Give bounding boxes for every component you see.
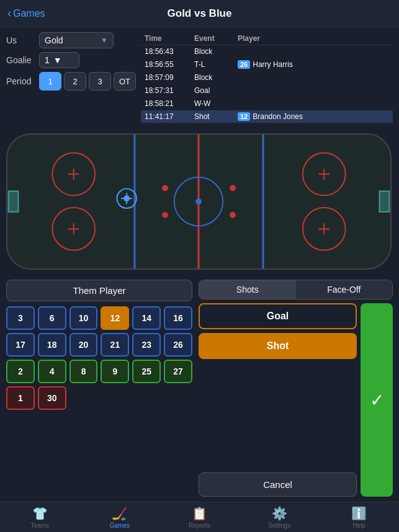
period-btn-ot[interactable]: OT bbox=[114, 72, 136, 91]
event-row[interactable]: 18:57:31 Goal bbox=[141, 84, 393, 97]
event-time: 18:56:43 bbox=[145, 47, 194, 56]
player-num-btn[interactable]: 21 bbox=[101, 333, 129, 357]
goalie-arrow-icon: ▼ bbox=[53, 55, 62, 65]
svg-point-21 bbox=[230, 212, 236, 218]
event-row-highlighted[interactable]: 11:41:17 Shot 12 Brandon Jones bbox=[141, 110, 393, 123]
bottom-panel: Them Player 3 6 10 12 14 16 17 18 20 21 … bbox=[0, 275, 399, 502]
event-type: Block bbox=[194, 73, 238, 82]
event-time: 18:57:09 bbox=[145, 73, 194, 82]
svg-point-19 bbox=[162, 212, 168, 218]
svg-rect-23 bbox=[380, 191, 390, 211]
player-num-btn[interactable]: 4 bbox=[38, 360, 66, 383]
tab-bar: 👕 Teams 🏒 Games 📋 Reports ⚙️ Settings ℹ️… bbox=[0, 502, 399, 532]
event-player: 26 Harry Harris bbox=[238, 60, 389, 69]
player-num-btn[interactable]: 18 bbox=[38, 333, 66, 357]
event-row[interactable]: 18:58:21 W-W bbox=[141, 97, 393, 110]
player-num-btn[interactable]: 14 bbox=[132, 306, 161, 330]
player-badge-number: 26 bbox=[238, 60, 250, 69]
player-num-btn[interactable]: 2 bbox=[6, 360, 35, 383]
top-section: Us Gold ▼ Goalie 1 ▼ Period 1 2 3 bbox=[0, 27, 399, 128]
player-badge-number: 12 bbox=[238, 112, 250, 121]
player-num-btn[interactable]: 16 bbox=[164, 306, 192, 330]
period-btn-2[interactable]: 2 bbox=[64, 72, 86, 91]
teams-icon: 👕 bbox=[32, 506, 48, 521]
player-num-btn[interactable]: 3 bbox=[6, 306, 35, 330]
tab-help-label: Help bbox=[352, 522, 365, 529]
event-player: 12 Brandon Jones bbox=[238, 112, 389, 121]
faceoff-tab[interactable]: Face-Off bbox=[296, 280, 393, 299]
player-num-btn[interactable]: 8 bbox=[69, 360, 98, 383]
svg-point-27 bbox=[123, 195, 130, 202]
event-type: Block bbox=[194, 47, 238, 56]
action-buttons: Goal Shot Cancel bbox=[199, 303, 357, 497]
page-title: Gold vs Blue bbox=[168, 7, 232, 20]
player-num-btn[interactable]: 1 bbox=[6, 386, 35, 410]
period-buttons: 1 2 3 OT bbox=[39, 72, 136, 91]
action-main: Goal Shot Cancel ✓ bbox=[199, 303, 393, 497]
svg-point-5 bbox=[195, 198, 202, 205]
event-time: 18:56:55 bbox=[145, 60, 194, 69]
them-player-button[interactable]: Them Player bbox=[6, 280, 192, 301]
shot-button[interactable]: Shot bbox=[199, 333, 357, 359]
svg-rect-22 bbox=[9, 191, 19, 211]
svg-point-20 bbox=[230, 185, 236, 191]
period-row: Period 1 2 3 OT bbox=[6, 72, 136, 91]
event-log: Time Event Player 18:56:43 Block 18:56:5… bbox=[141, 32, 393, 123]
goalie-label: Goalie bbox=[6, 55, 34, 65]
back-button[interactable]: ‹ Games bbox=[7, 7, 45, 20]
col-time: Time bbox=[145, 34, 194, 43]
player-num-btn[interactable]: 20 bbox=[69, 333, 98, 357]
hockey-rink[interactable] bbox=[6, 133, 392, 270]
player-num-btn[interactable]: 17 bbox=[6, 333, 35, 357]
event-time: 18:58:21 bbox=[145, 99, 194, 108]
tab-games[interactable]: 🏒 Games bbox=[80, 506, 160, 529]
tab-help[interactable]: ℹ️ Help bbox=[319, 506, 399, 529]
us-row: Us Gold ▼ bbox=[6, 32, 136, 48]
col-player: Player bbox=[238, 34, 389, 43]
settings-icon: ⚙️ bbox=[272, 506, 287, 521]
main-content: Us Gold ▼ Goalie 1 ▼ Period 1 2 3 bbox=[0, 27, 399, 502]
event-type: T-L bbox=[194, 60, 238, 69]
event-type: Goal bbox=[194, 86, 238, 95]
checkmark-icon: ✓ bbox=[370, 390, 384, 410]
tab-settings[interactable]: ⚙️ Settings bbox=[240, 506, 320, 529]
period-label: Period bbox=[6, 76, 34, 86]
player-num-btn[interactable]: 10 bbox=[69, 306, 98, 330]
games-icon: 🏒 bbox=[112, 506, 127, 521]
player-num-btn[interactable]: 25 bbox=[132, 360, 161, 383]
player-num-btn-selected[interactable]: 12 bbox=[101, 306, 129, 330]
period-btn-1[interactable]: 1 bbox=[39, 72, 61, 91]
player-num-btn[interactable]: 30 bbox=[38, 386, 66, 410]
goal-button[interactable]: Goal bbox=[199, 303, 357, 329]
event-type: W-W bbox=[194, 99, 238, 108]
goalie-value: 1 bbox=[45, 55, 50, 65]
event-row[interactable]: 18:57:09 Block bbox=[141, 71, 393, 84]
event-time: 18:57:31 bbox=[145, 86, 194, 95]
event-row[interactable]: 18:56:43 Block bbox=[141, 45, 393, 58]
player-num-btn[interactable]: 23 bbox=[132, 333, 161, 357]
team-select-arrow-icon: ▼ bbox=[101, 36, 108, 45]
back-chevron-icon: ‹ bbox=[7, 7, 11, 20]
player-num-btn[interactable]: 9 bbox=[101, 360, 129, 383]
shots-tab[interactable]: Shots bbox=[199, 280, 296, 299]
player-num-btn[interactable]: 27 bbox=[164, 360, 192, 383]
event-row[interactable]: 18:56:55 T-L 26 Harry Harris bbox=[141, 58, 393, 71]
goalie-row: Goalie 1 ▼ bbox=[6, 52, 136, 68]
period-btn-3[interactable]: 3 bbox=[89, 72, 111, 91]
player-num-btn[interactable]: 26 bbox=[164, 333, 192, 357]
tab-teams[interactable]: 👕 Teams bbox=[0, 506, 80, 529]
reports-icon: 📋 bbox=[192, 506, 207, 521]
help-icon: ℹ️ bbox=[351, 506, 367, 521]
team-select[interactable]: Gold ▼ bbox=[39, 32, 114, 48]
top-nav: ‹ Games Gold vs Blue bbox=[0, 0, 399, 27]
confirm-button[interactable]: ✓ bbox=[361, 303, 393, 497]
goalie-select[interactable]: 1 ▼ bbox=[39, 52, 79, 68]
cancel-button[interactable]: Cancel bbox=[199, 472, 357, 497]
tab-reports[interactable]: 📋 Reports bbox=[159, 506, 240, 529]
shots-tabs: Shots Face-Off bbox=[199, 280, 393, 299]
left-controls: Us Gold ▼ Goalie 1 ▼ Period 1 2 3 bbox=[6, 32, 136, 123]
player-num-btn[interactable]: 6 bbox=[38, 306, 66, 330]
back-label: Games bbox=[13, 8, 45, 19]
event-type: Shot bbox=[194, 112, 238, 121]
player-name: Harry Harris bbox=[253, 60, 293, 69]
